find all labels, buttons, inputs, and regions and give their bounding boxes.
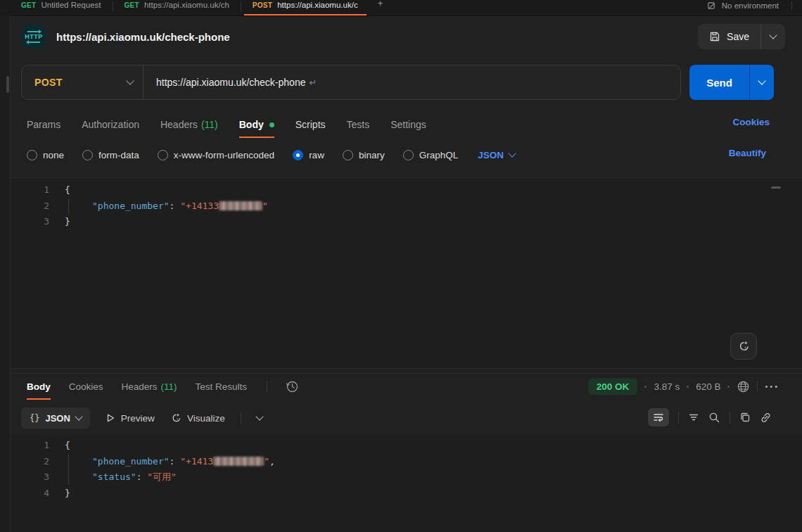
collapsed-sidebar-strip[interactable] — [0, 15, 11, 532]
json-punctuation: { — [65, 184, 70, 195]
redacted-text — [219, 201, 262, 210]
response-toolbar: {} JSON Preview Visualize — [21, 407, 262, 429]
tab-authorization[interactable]: Authorization — [82, 111, 139, 138]
mode-label: GraphQL — [419, 150, 459, 160]
format-label: JSON — [45, 413, 70, 424]
body-mode-none[interactable]: none — [27, 150, 64, 160]
visualize-label: Visualize — [187, 413, 225, 424]
radio-form-data[interactable] — [82, 150, 93, 160]
json-string: " — [264, 456, 269, 467]
line-number: 1 — [11, 182, 49, 198]
workspace-tab-https-api-xiaomu-uk-ch[interactable]: GEThttps://api.xiaomu.uk/ch — [113, 0, 241, 15]
visualize-button[interactable]: Visualize — [170, 412, 225, 424]
save-icon — [709, 31, 720, 42]
preview-button[interactable]: Preview — [106, 413, 155, 424]
tab-headers[interactable]: Headers(11) — [122, 374, 177, 400]
tab-label: Tests — [347, 119, 370, 130]
language-dropdown[interactable]: JSON — [478, 150, 515, 160]
tab-label: Settings — [390, 119, 426, 130]
save-dropdown-button[interactable] — [761, 24, 785, 49]
tab-label: Cookies — [69, 381, 103, 392]
mode-label: binary — [359, 150, 385, 160]
word-wrap-button[interactable] — [648, 408, 669, 426]
tab-cookies[interactable]: Cookies — [69, 374, 103, 400]
toolbar-divider — [241, 412, 241, 424]
tab-params[interactable]: Params — [27, 111, 61, 138]
json-key: "phone_number" — [92, 456, 170, 467]
radio-binary[interactable] — [343, 150, 353, 160]
body-mode-graphql[interactable]: GraphQL — [403, 150, 459, 160]
new-tab-button[interactable]: + — [369, 0, 392, 13]
indent-guide — [68, 469, 92, 485]
tab-label: Authorization — [82, 119, 139, 130]
response-format-dropdown[interactable]: {} JSON — [21, 407, 90, 429]
save-button[interactable]: Save — [698, 24, 760, 49]
tab-headers[interactable]: Headers(11) — [160, 111, 218, 138]
body-mode-form-data[interactable]: form-data — [82, 150, 139, 160]
editor-scrollbar[interactable] — [771, 186, 781, 189]
workspace-tab-https-api-xiaomu-uk-c[interactable]: POSThttps://api.xiaomu.uk/c — [241, 0, 369, 15]
search-button[interactable] — [708, 412, 720, 424]
sidebar-strip-handle[interactable] — [6, 76, 9, 93]
method-dropdown[interactable]: POST — [22, 77, 143, 88]
tab-label: Scripts — [295, 119, 326, 130]
tab-label: Untitled Request — [41, 1, 101, 9]
network-info-button[interactable] — [737, 380, 750, 393]
request-method-badge: GET — [21, 1, 36, 9]
response-body-viewer[interactable]: 1{2"phone_number": "+1413",3"status": "可… — [11, 435, 802, 532]
sparkle-wand-icon — [737, 340, 750, 353]
play-icon — [106, 413, 115, 423]
sparkle-wand-icon — [170, 412, 182, 424]
tab-body[interactable]: Body — [27, 374, 51, 400]
json-punctuation: } — [65, 488, 70, 498]
more-formats-chevron-icon[interactable] — [255, 412, 263, 420]
cookies-link[interactable]: Cookies — [732, 117, 770, 127]
toolbar-divider — [678, 412, 679, 423]
mode-label: none — [43, 150, 64, 160]
radio-raw[interactable] — [293, 150, 303, 160]
code-line: 2"phone_number": "+14133" — [11, 198, 802, 215]
environment-selector[interactable]: No environment — [707, 0, 802, 13]
json-key: "phone_number" — [92, 201, 170, 211]
status-badge[interactable]: 200 OK — [588, 379, 638, 395]
ai-assist-button[interactable] — [730, 333, 757, 360]
body-mode-x-www-form-urlencoded[interactable]: x-www-form-urlencoded — [158, 150, 274, 160]
response-time[interactable]: 3.87 s — [654, 381, 680, 392]
tab-label: Headers — [122, 381, 158, 392]
radio-none[interactable] — [27, 150, 37, 160]
code-line: 3} — [11, 214, 802, 230]
json-punctuation: { — [65, 440, 70, 450]
code-line: 3"status": "可用" — [11, 469, 802, 486]
tab-test-results[interactable]: Test Results — [196, 374, 248, 400]
body-mode-row: noneform-datax-www-form-urlencodedrawbin… — [27, 144, 515, 166]
radio-x-www-form-urlencoded[interactable] — [158, 150, 168, 160]
send-dropdown-button[interactable] — [750, 65, 774, 100]
url-input[interactable]: https://api.xiaomu.uk/check-phone↵ — [156, 77, 317, 88]
link-button[interactable] — [760, 412, 772, 424]
environment-icon — [707, 1, 716, 11]
workspace-tab-untitled-request[interactable]: GETUntitled Request — [10, 0, 113, 15]
chevron-down-icon — [769, 31, 777, 39]
chevron-down-icon — [508, 149, 516, 157]
radio-graphql[interactable] — [403, 150, 414, 160]
filter-button[interactable] — [688, 412, 699, 423]
send-button[interactable]: Send — [689, 65, 749, 100]
save-button-group: Save — [698, 24, 785, 49]
tab-count: (11) — [161, 381, 177, 392]
response-size[interactable]: 620 B — [696, 381, 720, 392]
response-history-button[interactable] — [286, 380, 299, 393]
copy-button[interactable] — [739, 412, 751, 423]
tab-settings[interactable]: Settings — [390, 111, 426, 138]
body-mode-raw[interactable]: raw — [293, 150, 324, 160]
beautify-link[interactable]: Beautify — [729, 148, 766, 158]
line-number: 2 — [11, 198, 49, 215]
tab-scripts[interactable]: Scripts — [295, 111, 326, 138]
tab-tests[interactable]: Tests — [347, 111, 370, 138]
language-label: JSON — [478, 150, 504, 160]
indent-guide — [68, 454, 92, 469]
tab-body[interactable]: Body — [239, 111, 274, 138]
chevron-down-icon — [75, 412, 82, 420]
response-menu-button[interactable]: ••• — [765, 382, 779, 391]
body-mode-binary[interactable]: binary — [343, 150, 385, 160]
request-body-editor[interactable]: 1{2"phone_number": "+14133"3} — [11, 177, 802, 369]
